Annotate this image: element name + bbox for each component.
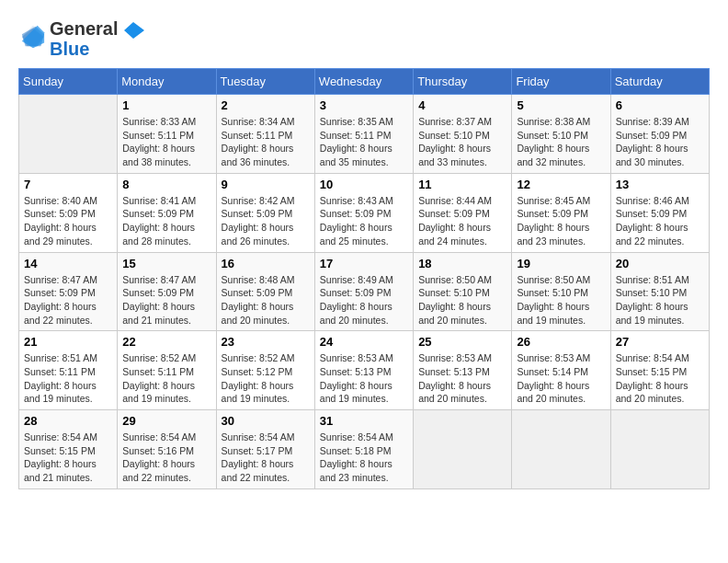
calendar-cell: 31 Sunrise: 8:54 AM Sunset: 5:18 PM Dayl… xyxy=(314,410,413,489)
calendar-cell: 20 Sunrise: 8:51 AM Sunset: 5:10 PM Dayl… xyxy=(610,252,709,331)
day-info: Sunrise: 8:42 AM Sunset: 5:09 PM Dayligh… xyxy=(222,194,310,248)
daylight-label: Daylight: 8 hours and 32 minutes. xyxy=(517,143,589,167)
sunrise-label: Sunrise: 8:44 AM xyxy=(418,195,492,206)
sunset-label: Sunset: 5:09 PM xyxy=(418,208,490,219)
sunset-label: Sunset: 5:14 PM xyxy=(517,366,588,377)
calendar-cell: 29 Sunrise: 8:54 AM Sunset: 5:16 PM Dayl… xyxy=(118,410,216,489)
sunset-label: Sunset: 5:11 PM xyxy=(320,130,392,141)
sunset-label: Sunset: 5:10 PM xyxy=(418,287,490,298)
day-info: Sunrise: 8:47 AM Sunset: 5:09 PM Dayligh… xyxy=(122,273,210,327)
calendar-cell: 27 Sunrise: 8:54 AM Sunset: 5:15 PM Dayl… xyxy=(610,331,709,410)
calendar-cell: 19 Sunrise: 8:50 AM Sunset: 5:10 PM Dayl… xyxy=(512,252,610,331)
daylight-label: Daylight: 8 hours and 19 minutes. xyxy=(320,380,392,405)
day-number: 2 xyxy=(222,98,310,112)
sunrise-label: Sunrise: 8:45 AM xyxy=(517,195,590,206)
sunrise-label: Sunrise: 8:42 AM xyxy=(222,195,295,206)
sunrise-label: Sunrise: 8:54 AM xyxy=(222,431,295,442)
sunrise-label: Sunrise: 8:54 AM xyxy=(122,431,196,442)
daylight-label: Daylight: 8 hours and 19 minutes. xyxy=(616,301,688,326)
svg-marker-4 xyxy=(124,22,144,39)
sunset-label: Sunset: 5:12 PM xyxy=(222,366,293,377)
sunrise-label: Sunrise: 8:54 AM xyxy=(616,352,689,363)
sunset-label: Sunset: 5:09 PM xyxy=(24,287,96,298)
daylight-label: Daylight: 8 hours and 24 minutes. xyxy=(418,222,491,247)
calendar-cell: 28 Sunrise: 8:54 AM Sunset: 5:15 PM Dayl… xyxy=(19,410,118,489)
sunset-label: Sunset: 5:09 PM xyxy=(222,208,293,219)
day-number: 29 xyxy=(122,414,210,428)
day-info: Sunrise: 8:54 AM Sunset: 5:15 PM Dayligh… xyxy=(616,351,704,406)
day-number: 16 xyxy=(222,257,310,270)
calendar-week-1: 7 Sunrise: 8:40 AM Sunset: 5:09 PM Dayli… xyxy=(19,173,710,252)
day-number: 12 xyxy=(517,178,605,191)
calendar-cell: 15 Sunrise: 8:47 AM Sunset: 5:09 PM Dayl… xyxy=(118,252,216,331)
daylight-label: Daylight: 8 hours and 20 minutes. xyxy=(418,380,491,405)
day-number: 9 xyxy=(222,178,310,191)
day-number: 17 xyxy=(320,257,408,270)
daylight-label: Daylight: 8 hours and 20 minutes. xyxy=(616,380,688,405)
calendar-cell: 11 Sunrise: 8:44 AM Sunset: 5:09 PM Dayl… xyxy=(414,173,512,252)
sunrise-label: Sunrise: 8:39 AM xyxy=(616,116,689,127)
calendar-cell: 12 Sunrise: 8:45 AM Sunset: 5:09 PM Dayl… xyxy=(512,173,610,252)
day-info: Sunrise: 8:47 AM Sunset: 5:09 PM Dayligh… xyxy=(24,273,112,327)
day-number: 5 xyxy=(517,98,605,112)
sunrise-label: Sunrise: 8:46 AM xyxy=(616,195,689,206)
calendar-cell: 2 Sunrise: 8:34 AM Sunset: 5:11 PM Dayli… xyxy=(216,95,314,174)
day-number: 27 xyxy=(616,335,704,349)
daylight-label: Daylight: 8 hours and 22 minutes. xyxy=(616,222,688,247)
sunrise-label: Sunrise: 8:53 AM xyxy=(320,352,393,363)
day-info: Sunrise: 8:39 AM Sunset: 5:09 PM Dayligh… xyxy=(616,115,704,169)
sunrise-label: Sunrise: 8:48 AM xyxy=(222,274,295,285)
sunrise-label: Sunrise: 8:51 AM xyxy=(616,274,689,285)
day-number: 4 xyxy=(418,98,506,112)
daylight-label: Daylight: 8 hours and 19 minutes. xyxy=(24,380,97,405)
day-info: Sunrise: 8:53 AM Sunset: 5:13 PM Dayligh… xyxy=(320,351,408,406)
day-info: Sunrise: 8:54 AM Sunset: 5:15 PM Dayligh… xyxy=(24,431,112,485)
day-info: Sunrise: 8:48 AM Sunset: 5:09 PM Dayligh… xyxy=(222,273,310,327)
day-info: Sunrise: 8:35 AM Sunset: 5:11 PM Dayligh… xyxy=(320,115,408,169)
calendar-cell: 8 Sunrise: 8:41 AM Sunset: 5:09 PM Dayli… xyxy=(118,173,216,252)
calendar-cell xyxy=(414,410,512,489)
sunset-label: Sunset: 5:09 PM xyxy=(320,208,392,219)
weekday-header-monday: Monday xyxy=(118,69,216,95)
daylight-label: Daylight: 8 hours and 19 minutes. xyxy=(517,301,589,326)
day-info: Sunrise: 8:37 AM Sunset: 5:10 PM Dayligh… xyxy=(418,115,506,169)
weekday-header-thursday: Thursday xyxy=(414,69,512,95)
daylight-label: Daylight: 8 hours and 26 minutes. xyxy=(222,222,294,247)
sunset-label: Sunset: 5:09 PM xyxy=(122,287,194,298)
daylight-label: Daylight: 8 hours and 29 minutes. xyxy=(24,222,97,247)
day-info: Sunrise: 8:53 AM Sunset: 5:13 PM Dayligh… xyxy=(418,351,506,406)
daylight-label: Daylight: 8 hours and 20 minutes. xyxy=(222,301,294,326)
sunset-label: Sunset: 5:15 PM xyxy=(24,445,96,456)
day-number: 8 xyxy=(122,178,210,191)
weekday-header-friday: Friday xyxy=(512,69,610,95)
logo: General Blue xyxy=(18,18,145,59)
calendar-cell xyxy=(19,95,118,174)
day-number: 3 xyxy=(320,98,408,112)
day-info: Sunrise: 8:51 AM Sunset: 5:10 PM Dayligh… xyxy=(616,273,704,327)
logo-blue: Blue xyxy=(50,39,145,59)
day-number: 19 xyxy=(517,257,605,270)
weekday-header-wednesday: Wednesday xyxy=(314,69,413,95)
sunset-label: Sunset: 5:10 PM xyxy=(418,130,490,141)
daylight-label: Daylight: 8 hours and 19 minutes. xyxy=(222,380,294,405)
daylight-label: Daylight: 8 hours and 35 minutes. xyxy=(320,143,392,167)
sunset-label: Sunset: 5:11 PM xyxy=(222,130,293,141)
sunrise-label: Sunrise: 8:52 AM xyxy=(122,352,196,363)
daylight-label: Daylight: 8 hours and 22 minutes. xyxy=(24,301,97,326)
day-number: 24 xyxy=(320,335,408,349)
sunset-label: Sunset: 5:18 PM xyxy=(320,445,392,456)
daylight-label: Daylight: 8 hours and 21 minutes. xyxy=(122,301,195,326)
calendar-table: SundayMondayTuesdayWednesdayThursdayFrid… xyxy=(18,68,710,489)
day-info: Sunrise: 8:38 AM Sunset: 5:10 PM Dayligh… xyxy=(517,115,605,169)
day-number: 15 xyxy=(122,257,210,270)
day-info: Sunrise: 8:52 AM Sunset: 5:12 PM Dayligh… xyxy=(222,351,310,406)
day-info: Sunrise: 8:50 AM Sunset: 5:10 PM Dayligh… xyxy=(517,273,605,327)
sunrise-label: Sunrise: 8:33 AM xyxy=(122,116,196,127)
logo-icon xyxy=(20,24,46,50)
calendar-cell: 5 Sunrise: 8:38 AM Sunset: 5:10 PM Dayli… xyxy=(512,95,610,174)
calendar-week-4: 28 Sunrise: 8:54 AM Sunset: 5:15 PM Dayl… xyxy=(19,410,710,489)
calendar-cell xyxy=(512,410,610,489)
day-number: 31 xyxy=(320,414,408,428)
day-number: 23 xyxy=(222,335,310,349)
day-info: Sunrise: 8:44 AM Sunset: 5:09 PM Dayligh… xyxy=(418,194,506,248)
